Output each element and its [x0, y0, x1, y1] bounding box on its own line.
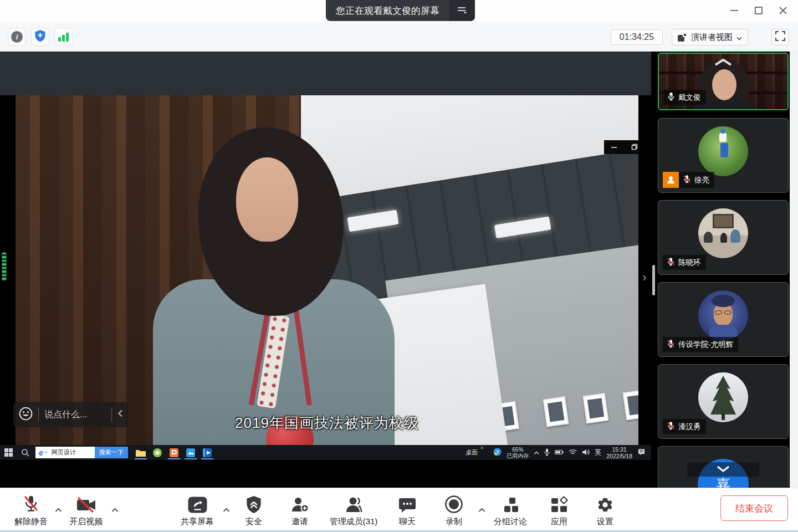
record-options-chevron[interactable] — [477, 506, 486, 514]
start-video-button[interactable]: 开启视频 — [63, 494, 109, 527]
participant-name: 徐亮 — [694, 175, 709, 185]
chevron-left-icon[interactable] — [117, 410, 123, 420]
tray-clock: 15:312022/5/18 — [606, 446, 632, 459]
fullscreen-icon — [775, 31, 785, 43]
chat-input[interactable]: 说点什么... — [44, 409, 106, 421]
video-options-chevron[interactable] — [110, 506, 119, 514]
desktop-label: 桌面» — [466, 448, 478, 457]
end-meeting-button[interactable]: 结束会议 — [720, 495, 788, 521]
main-area: 国 画 2019年国画技法被评为校级 — [0, 52, 790, 488]
video-minimize-icon — [611, 142, 617, 152]
title-bar: 您正在观看戴文俊的屏幕 — [0, 0, 798, 22]
members-icon — [345, 494, 363, 514]
taskbar-search-value: 网页设计 — [47, 448, 95, 457]
tray-battery-icon — [555, 449, 564, 456]
sidebar-collapse-arrow[interactable]: › — [638, 270, 651, 285]
network-quality-button[interactable] — [54, 28, 73, 46]
record-button[interactable]: 录制 — [436, 494, 472, 527]
start-button-icon — [0, 445, 17, 460]
security-shield-button[interactable] — [31, 28, 49, 46]
chevron-up-icon[interactable] — [714, 58, 733, 69]
invite-button[interactable]: 邀请 — [282, 494, 318, 527]
maximize-icon — [754, 6, 763, 17]
minimize-icon — [730, 6, 739, 17]
avatar — [698, 290, 748, 340]
notification-center-icon — [637, 448, 646, 457]
ie-icon: e — [35, 448, 45, 457]
svg-text:?: ? — [496, 449, 499, 455]
system-tray: 桌面» ? 65%已用内存 — [466, 446, 651, 459]
mic-options-chevron[interactable] — [54, 506, 63, 514]
mic-muted-icon — [667, 339, 675, 350]
layout-icon — [678, 33, 687, 42]
participant-tile-xuliang[interactable]: 徐亮 — [658, 118, 789, 193]
manage-members-button[interactable]: 管理成员(31) — [323, 494, 384, 527]
chevron-down-icon — [716, 464, 730, 474]
avatar — [698, 372, 748, 422]
meeting-window: 您正在观看戴文俊的屏幕 i — [0, 0, 798, 532]
chat-button[interactable]: 聊天 — [390, 494, 425, 527]
taskbar-search-box: e ▾ 网页设计 搜索一下 — [35, 447, 128, 458]
participant-name: 漆汉勇 — [678, 422, 701, 432]
presenter-badge-icon — [663, 172, 679, 188]
fullscreen-button[interactable] — [771, 29, 789, 45]
info-icon: i — [11, 31, 23, 43]
video-restore-icon — [631, 142, 638, 152]
close-icon — [779, 6, 787, 17]
network-signal-icon — [58, 33, 69, 42]
shared-screen-video: 国 画 2019年国画技法被评为校级 — [16, 95, 638, 445]
shared-screen-background — [0, 52, 651, 95]
chevron-down-icon — [736, 33, 742, 42]
window-maximize-button[interactable] — [750, 4, 767, 19]
taskbar-search-button: 搜索一下 — [95, 447, 128, 458]
view-mode-label: 演讲者视图 — [691, 32, 733, 43]
emoji-icon[interactable] — [19, 407, 33, 423]
apps-icon — [550, 494, 568, 514]
security-shield-icon — [245, 494, 262, 514]
media-player-icon — [199, 445, 216, 460]
unmute-button[interactable]: 解除静音 — [8, 494, 54, 527]
settings-button[interactable]: 设置 — [587, 494, 623, 527]
mic-muted-icon — [667, 257, 675, 268]
volume-level-meter — [2, 252, 7, 281]
participant-tile-daiwenjun[interactable]: 戴文俊 — [658, 53, 789, 110]
apps-button[interactable]: 应用 — [541, 494, 577, 527]
window-close-button[interactable] — [775, 4, 791, 19]
share-menu-button[interactable] — [449, 0, 475, 21]
breakout-rooms-button[interactable]: 分组讨论 — [487, 494, 534, 527]
tray-360-icon: ? — [493, 448, 502, 457]
tray-mic-icon — [544, 448, 550, 457]
mic-muted-icon — [667, 421, 675, 432]
share-menu-icon — [457, 5, 468, 17]
sidebar-scrollbar-thumb[interactable] — [652, 265, 655, 295]
mic-on-icon — [667, 92, 675, 103]
shield-plus-icon — [34, 29, 46, 44]
memory-usage: 65%已用内存 — [507, 447, 529, 459]
top-toolbar: i 01:34:25 演讲者视图 — [0, 22, 798, 52]
participant-tile-partial[interactable]: 嘉 — [658, 446, 789, 488]
participant-tile-youminghui[interactable]: 传设学院-尤明辉 — [658, 282, 789, 357]
camera-muted-icon — [76, 494, 96, 514]
share-screen-button[interactable]: 共享屏幕 — [174, 494, 221, 527]
invite-icon — [290, 494, 309, 514]
avatar — [698, 126, 748, 176]
watching-banner: 您正在观看戴文俊的屏幕 — [326, 0, 475, 21]
quick-chat-overlay: 说点什么... — [13, 402, 129, 427]
share-screen-icon — [187, 494, 208, 514]
participant-tile-chenxiaohuan[interactable]: 陈晓环 — [658, 200, 789, 275]
meeting-timer: 01:34:25 — [611, 29, 663, 45]
browser-360-icon — [149, 445, 166, 460]
security-button[interactable]: 安全 — [236, 494, 272, 527]
meeting-info-button[interactable]: i — [8, 28, 26, 46]
tray-wifi-icon — [569, 449, 577, 456]
wps-presentation-icon — [166, 445, 182, 460]
participant-tile-qihanyong[interactable]: 漆汉勇 — [658, 364, 789, 439]
avatar-initial: 嘉 — [716, 475, 730, 488]
settings-gear-icon — [596, 494, 614, 514]
share-options-chevron[interactable] — [222, 506, 231, 514]
window-minimize-button[interactable] — [726, 4, 743, 19]
view-mode-selector[interactable]: 演讲者视图 — [672, 29, 748, 45]
video-window-controls — [604, 140, 638, 154]
file-explorer-icon — [132, 445, 149, 460]
scroll-more-band[interactable] — [687, 462, 759, 477]
